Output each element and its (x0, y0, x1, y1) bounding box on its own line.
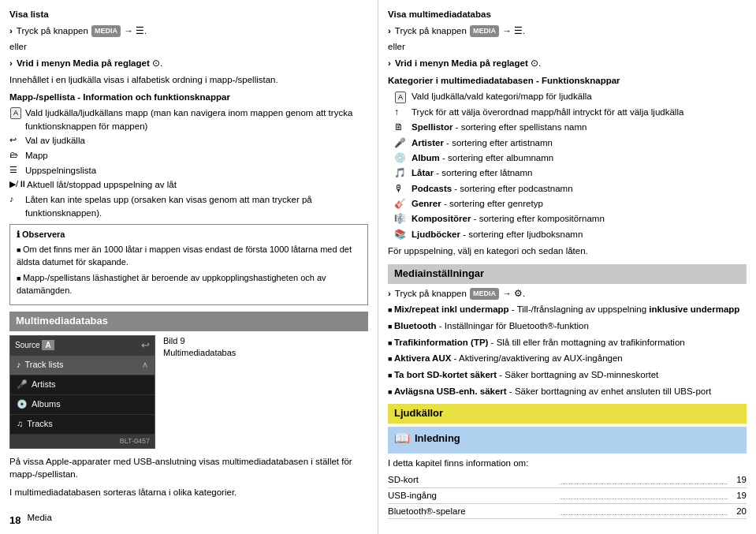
bottom-p1: På vissa Apple-apparater med USB-anslutn… (9, 455, 368, 481)
kat-item-0: A Vald ljudkälla/vald kategori/mapp för … (394, 90, 747, 103)
right-column: Visa multimediadatabas Tryck på knappen … (378, 0, 756, 534)
kat-item-3: 🎤 Artister - sortering efter artistnamn (394, 136, 747, 150)
kat-icon-artister: 🎤 (394, 136, 412, 150)
mapp-item-3: ☰ Uppspelningslista (9, 164, 368, 177)
kat-item-1: ↑ Tryck för att välja överordnad mapp/hå… (394, 106, 747, 119)
page-number: 18 (9, 513, 20, 528)
right-arrow-icon1 (388, 24, 391, 38)
db-topbar: Source A ↩ (10, 336, 155, 356)
kat-item-7: 🎸 Genrer - sortering efter genretyp (394, 197, 747, 211)
key-icon-a: A (9, 106, 25, 119)
kat-icon-latar: 🎵 (394, 166, 412, 180)
mapp-item-0: A Vald ljudkälla/ljudkällans mapp (man k… (9, 106, 368, 133)
mapp-title: Mapp-/spellista - Information och funkti… (9, 91, 368, 104)
mapp-item-2: 🗁 Mapp (9, 149, 368, 162)
kategori-title: Kategorier i multimediadatabasen - Funkt… (388, 74, 747, 88)
visa-lista-p3: Innehållet i en ljudkälla visas i alfabe… (9, 73, 368, 87)
kat-icon-ljudbocker: 📚 (394, 228, 412, 241)
kat-item-2: 🗎 Spellistor - sortering efter spellista… (394, 121, 747, 134)
media-button: MEDIA (91, 25, 121, 37)
right-or: eller (388, 40, 747, 54)
source-key: A (42, 340, 54, 350)
ref-label-0: SD-kort (388, 473, 557, 487)
mediainst-item-2: Trafikinformation (TP) - Slå till eller … (388, 336, 747, 349)
book-icon: 📖 (394, 429, 410, 447)
kat-item-4: 💿 Album - sortering efter albumnamn (394, 151, 747, 165)
ljudkallor-header: Ljudkällor (388, 404, 747, 424)
inledning-header: 📖 Inledning (388, 427, 747, 453)
mediainst-header: Mediainställningar (388, 264, 747, 284)
arrow-icon (9, 24, 13, 38)
bild-label: Bild 9 Multimediadatabas (163, 335, 236, 360)
page-label: Media (27, 511, 51, 525)
back-icon: ↩ (9, 134, 25, 147)
visa-lista-title: Visa lista (9, 8, 368, 21)
db-menu-item-tracklists[interactable]: ♪Track lists ∧ (10, 356, 155, 375)
multimediasection: Multimediadatabas Source A ↩ ♪Track list… (9, 312, 368, 448)
note-icon: ♪ (9, 193, 25, 206)
mapp-item-4: ▶/⏸ Aktuell låt/stoppad uppspelning av l… (9, 178, 368, 192)
kat-item-9: 📚 Ljudböcker - sortering efter ljudboksn… (394, 228, 747, 241)
mapp-items-list: A Vald ljudkälla/ljudkällans mapp (man k… (9, 106, 368, 219)
db-screen: Source A ↩ ♪Track lists ∧ 🎤Artists 💿Albu… (9, 335, 155, 449)
ref-label-2: Bluetooth®-spelare (388, 505, 557, 518)
mediainst-media-btn: MEDIA (470, 288, 499, 300)
kat-item-6: 🎙 Podcasts - sortering efter podcastnamn (394, 182, 747, 196)
mediainst-item-5: Avlägsna USB-enh. säkert - Säker borttag… (388, 385, 747, 398)
visa-multimedia-heading: Visa multimediadatabas (388, 9, 491, 19)
ref-row-0: SD-kort 19 (388, 472, 747, 488)
ref-num-1: 19 (731, 489, 747, 502)
ref-row-2: Bluetooth®-spelare 20 (388, 504, 747, 520)
play-pause-icon: ▶/⏸ (9, 178, 27, 191)
left-column: Visa lista Tryck på knappen MEDIA → ☰. e… (0, 0, 378, 534)
ref-label-1: USB-ingång (388, 489, 557, 502)
ref-num-2: 20 (731, 505, 747, 518)
ref-table: SD-kort 19 USB-ingång 19 Bluetooth®-spel… (388, 472, 747, 519)
db-menu-item-artists[interactable]: 🎤Artists (10, 375, 155, 395)
kat-icon-a: A (394, 90, 412, 103)
page-footer: 18 Media (9, 507, 368, 528)
mediainst-item-4: Ta bort SD-kortet säkert - Säker borttag… (388, 368, 747, 382)
right-p1: Tryck på knappen MEDIA → ☰. (388, 24, 747, 38)
mediainst-item-3: Aktivera AUX - Aktivering/avaktivering a… (388, 352, 747, 365)
mapp-item-1: ↩ Val av ljudkälla (9, 134, 368, 148)
multimediadatabas-header: Multimediadatabas (9, 312, 368, 331)
kat-icon-genrer: 🎸 (394, 197, 412, 211)
db-menu-item-tracks[interactable]: ♫Tracks (10, 415, 155, 435)
uppspelning-text: För uppspelning, välj en kategori och se… (388, 245, 747, 258)
inledning-text: I detta kapitel finns information om: (388, 457, 747, 470)
info-icon: ℹ (17, 230, 20, 239)
mediainst-p1: Tryck på knappen MEDIA → ⚙. (388, 287, 747, 301)
chevron-icon: ∧ (142, 359, 148, 372)
observera-box: ℹ Observera Om det finns mer än 1000 låt… (9, 224, 368, 305)
db-barcode: BLT-0457 (10, 435, 155, 448)
observera-item-1: Om det finns mer än 1000 låtar i mappen … (17, 244, 361, 269)
list-icon: ☰ (9, 164, 25, 177)
tracklist-icon: ♪ (17, 360, 21, 369)
back-arrow-icon: ↩ (141, 338, 150, 353)
mediainst-items: Mix/repeat inkl undermapp - Till-/frånsl… (388, 303, 747, 398)
artists-icon: 🎤 (17, 379, 28, 389)
albums-icon: 💿 (17, 399, 28, 409)
db-image-container: Source A ↩ ♪Track lists ∧ 🎤Artists 💿Albu… (9, 335, 368, 449)
kat-icon-spellista: 🗎 (394, 121, 412, 134)
tracks-icon: ♫ (17, 419, 23, 428)
visa-lista-heading: Visa lista (9, 9, 49, 19)
mapp-item-5: ♪ Låten kan inte spelas upp (orsaken kan… (9, 193, 368, 219)
inledning-box: 📖 Inledning (394, 429, 740, 447)
visa-lista-or: eller (9, 40, 368, 54)
mediainst-item-0: Mix/repeat inkl undermapp - Till-/frånsl… (388, 303, 747, 316)
folder-icon: 🗁 (9, 149, 25, 162)
kategori-list: A Vald ljudkälla/vald kategori/mapp för … (394, 90, 747, 241)
source-label-text: Source A (15, 340, 54, 352)
ref-row-1: USB-ingång 19 (388, 488, 747, 504)
arrow-icon2 (9, 57, 13, 70)
mediainst-item-1: Bluetooth - Inställningar för Bluetooth®… (388, 319, 747, 333)
kat-item-8: 🎼 Kompositörer - sortering efter komposi… (394, 212, 747, 226)
kat-icon-podcasts: 🎙 (394, 182, 412, 196)
right-media-btn: MEDIA (470, 25, 499, 37)
bottom-p2: I multimediadatabasen sorteras låtarna i… (9, 486, 368, 499)
page: Visa lista Tryck på knappen MEDIA → ☰. e… (0, 0, 756, 534)
db-menu-item-albums[interactable]: 💿Albums (10, 395, 155, 415)
visa-lista-p1: Tryck på knappen MEDIA → ☰. (9, 24, 368, 38)
